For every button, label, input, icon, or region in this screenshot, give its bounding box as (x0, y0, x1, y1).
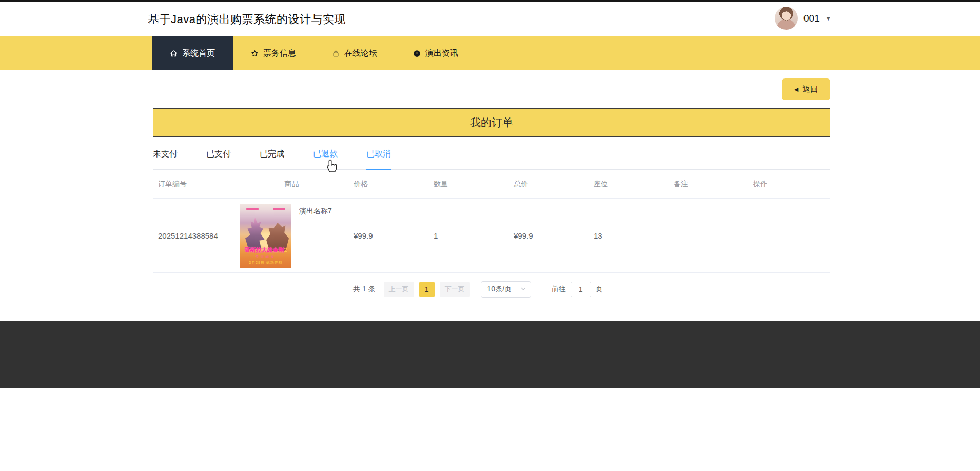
col-total: 总价 (508, 180, 589, 189)
goto-page-input[interactable] (571, 282, 591, 297)
nav-item-news[interactable]: 演出资讯 (395, 36, 476, 70)
poster-title: 哥斯拉大战金刚2 (240, 246, 291, 254)
col-quantity: 数量 (428, 180, 508, 189)
nav-item-tickets[interactable]: 票务信息 (233, 36, 314, 70)
main-nav: 系统首页 票务信息 在线论坛 演出资讯 (0, 36, 980, 70)
back-arrow-icon: ◀ (794, 86, 798, 93)
poster-date-line: 3月29日 燃动开战 (240, 260, 291, 265)
cell-total: ¥99.9 (508, 231, 589, 240)
col-action: 操作 (748, 180, 830, 189)
home-icon (170, 50, 178, 57)
col-price: 价格 (348, 180, 428, 189)
nav-item-home[interactable]: 系统首页 (152, 36, 233, 70)
col-order-no: 订单编号 (153, 180, 235, 189)
goto-page-group: 前往 页 (552, 282, 603, 297)
chevron-down-icon[interactable]: ▼ (826, 15, 831, 22)
back-button[interactable]: ◀ 返回 (782, 78, 830, 100)
back-row: ◀ 返回 (153, 78, 830, 100)
star-icon (251, 50, 259, 57)
pagination-total: 共 1 条 (353, 285, 376, 294)
tab-cancelled[interactable]: 已取消 (366, 137, 391, 169)
nav-item-label: 演出资讯 (425, 48, 458, 59)
page-suffix: 页 (596, 285, 603, 294)
tab-unpaid[interactable]: 未支付 (153, 137, 178, 169)
cell-product: 哥斯拉大战金刚2 帝国崛起 3月29日 燃动开战 演出名称7 (235, 204, 348, 268)
product-name: 演出名称7 (299, 207, 332, 268)
cell-seat: 13 (589, 231, 669, 240)
table-header: 订单编号 商品 价格 数量 总价 座位 备注 操作 (153, 170, 830, 199)
site-header: 基于Java的演出购票系统的设计与实现 001 ▼ (0, 2, 980, 36)
cell-quantity: 1 (428, 231, 508, 240)
tab-completed[interactable]: 已完成 (260, 137, 284, 169)
goto-label: 前往 (552, 285, 566, 294)
back-button-label: 返回 (802, 85, 818, 94)
prev-page-button[interactable]: 上一页 (384, 282, 414, 297)
orders-page: ◀ 返回 我的订单 未支付 已支付 已完成 已退款 已取消 订单编号 商品 价格… (153, 78, 830, 298)
page-title: 基于Java的演出购票系统的设计与实现 (148, 12, 346, 27)
username: 001 (803, 13, 820, 24)
show-poster-image: 哥斯拉大战金刚2 帝国崛起 3月29日 燃动开战 (240, 204, 291, 268)
col-seat: 座位 (589, 180, 669, 189)
orders-banner-title: 我的订单 (470, 115, 513, 130)
cell-price: ¥99.9 (348, 231, 428, 240)
cell-order-no: 20251214388584 (153, 231, 235, 240)
nav-item-label: 票务信息 (263, 48, 296, 59)
nav-item-label: 在线论坛 (344, 48, 377, 59)
page-size-select[interactable]: 10条/页 (481, 281, 531, 298)
lock-icon (332, 50, 340, 57)
avatar[interactable] (775, 7, 798, 30)
col-product: 商品 (235, 180, 348, 189)
nav-item-forum[interactable]: 在线论坛 (314, 36, 395, 70)
user-menu[interactable]: 001 ▼ (775, 7, 831, 30)
page-size-value: 10条/页 (487, 285, 512, 294)
poster-top-text-decoration (273, 208, 285, 210)
poster-subtitle: 帝国崛起 (240, 254, 291, 259)
col-remark: 备注 (669, 180, 748, 189)
next-page-button[interactable]: 下一页 (440, 282, 470, 297)
chevron-down-icon (520, 285, 526, 293)
info-icon (413, 50, 421, 57)
order-status-tabs: 未支付 已支付 已完成 已退款 已取消 (153, 137, 830, 170)
tab-paid[interactable]: 已支付 (206, 137, 231, 169)
orders-banner: 我的订单 (153, 108, 830, 137)
nav-item-label: 系统首页 (182, 48, 215, 59)
page-footer (0, 321, 980, 388)
table-row: 20251214388584 哥斯拉大战金刚2 帝国崛起 3月29日 燃动开战 … (153, 199, 830, 273)
poster-top-text-decoration (246, 208, 259, 210)
pagination: 共 1 条 上一页 1 下一页 10条/页 前往 页 (353, 281, 830, 298)
page-number-1[interactable]: 1 (419, 282, 435, 297)
tab-refunded[interactable]: 已退款 (313, 137, 338, 169)
